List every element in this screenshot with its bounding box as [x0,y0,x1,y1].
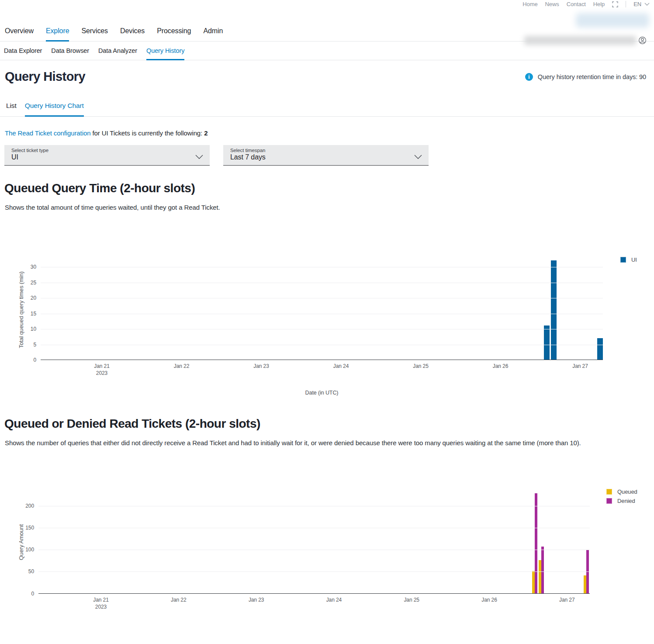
plot-area [41,260,603,360]
filters-row: Select ticket type UI Select timespan La… [4,145,654,166]
gridline [38,550,590,550]
tab-bar: List Query History Chart [0,102,654,117]
legend-swatch [606,498,612,504]
user-avatar-icon[interactable] [638,36,647,46]
gridline [41,329,603,329]
queued-denied-tickets-chart: 050100150200Jan 21 2023Jan 22Jan 23Jan 2… [0,483,654,607]
topbar-link-contact[interactable]: Contact [567,1,586,7]
denied-bar[interactable] [535,493,537,593]
config-line-text: for UI Tickets is currently the followin… [90,129,204,137]
gridline [38,528,590,528]
x-axis-tick-label: Jan 24 [333,363,349,370]
y-axis-tick-label: 0 [0,591,34,597]
section-description-queued-query-time: Shows the total amount of time queries w… [5,202,640,212]
nav-item-overview[interactable]: Overview [5,27,34,41]
nav-item-admin[interactable]: Admin [203,27,223,41]
top-utility-bar: Home News Contact Help EN [523,1,650,7]
x-axis-tick-label: Jan 24 [326,596,342,603]
page-header: Query History i Query history retention … [0,60,654,84]
gridline [38,571,590,572]
nav-item-explore[interactable]: Explore [46,27,69,41]
y-axis-title: Query Amount [18,524,24,560]
y-axis-title: Total queued query times (min) [18,272,24,348]
denied-bar[interactable] [541,547,544,593]
config-line-value: 2 [204,129,208,137]
legend-item-ui[interactable]: UI [620,256,637,263]
chart-legend: UI [620,256,637,263]
x-axis-tick-label: Jan 26 [493,363,508,370]
legend-label: Queued [617,488,637,495]
y-axis-tick-label: 0 [0,357,36,363]
fullscreen-icon[interactable] [612,1,618,7]
timespan-select-label: Select timespan [230,148,422,153]
x-axis-title: Date (in UTC) [305,390,339,396]
plot-area [38,491,590,594]
language-selector[interactable]: EN [633,1,650,7]
retention-note: i Query history retention time in days: … [525,73,646,81]
subnav-item-data-browser[interactable]: Data Browser [51,47,89,60]
legend-swatch [620,257,626,263]
subnav-item-query-history[interactable]: Query History [146,47,184,60]
timespan-select-value: Last 7 days [230,153,422,161]
x-axis-tick-label: Jan 25 [413,363,428,370]
x-axis-tick-label: Jan 27 [572,363,588,370]
legend-label: UI [631,256,637,263]
redacted-project-name [576,13,649,28]
nav-item-services[interactable]: Services [81,27,108,41]
nav-item-devices[interactable]: Devices [120,27,145,41]
x-axis-tick-label: Jan 25 [404,596,419,603]
gridline [41,298,603,298]
ticket-type-select-value: UI [11,153,204,161]
subnav-item-data-analyzer[interactable]: Data Analyzer [98,47,137,60]
topbar-link-help[interactable]: Help [593,1,605,7]
chevron-down-icon [414,153,422,161]
legend-item-denied[interactable]: Denied [606,498,637,504]
y-axis-tick-label: 30 [0,264,36,270]
language-label: EN [633,1,641,7]
legend-swatch [606,489,612,495]
legend-label: Denied [617,498,635,504]
x-axis-tick-label: Jan 27 [559,596,574,603]
chevron-down-icon [644,3,650,6]
y-axis-tick-label: 50 [0,568,34,575]
y-axis-tick-label: 200 [0,503,34,509]
x-axis-tick-label: Jan 22 [171,596,186,603]
gridline [38,506,590,506]
redacted-tenant-name [524,36,636,45]
section-heading-queued-denied-tickets: Queued or Denied Read Tickets (2-hour sl… [4,417,654,431]
x-axis-tick-label: Jan 21 2023 [93,596,108,610]
read-ticket-config-link[interactable]: The Read Ticket configuration [5,129,90,137]
gridline [41,345,603,345]
tab-list[interactable]: List [6,102,17,116]
section-heading-queued-query-time: Queued Query Time (2-hour slots) [4,181,654,195]
tab-query-history-chart[interactable]: Query History Chart [25,102,84,116]
queued-query-time-chart: 051015202530Jan 21 2023Jan 22Jan 23Jan 2… [0,251,654,391]
gridline [41,267,603,267]
x-axis-tick-label: Jan 21 2023 [94,363,109,377]
y-axis-tick-label: 100 [0,547,34,553]
read-ticket-config-line: The Read Ticket configuration for UI Tic… [5,129,654,137]
ticket-type-select[interactable]: Select ticket type UI [4,145,210,166]
x-axis-tick-label: Jan 22 [174,363,189,370]
info-icon: i [525,73,533,81]
legend-item-queued[interactable]: Queued [606,488,637,495]
ui-bar[interactable] [597,338,603,360]
nav-item-processing[interactable]: Processing [157,27,191,41]
page-title: Query History [5,69,85,84]
gridline [41,314,603,314]
topbar-divider [626,1,626,7]
topbar-link-home[interactable]: Home [523,1,537,7]
ticket-type-select-label: Select ticket type [11,148,204,153]
y-axis-tick-label: 150 [0,525,34,531]
ui-bar[interactable] [544,325,550,360]
section-description-queued-denied-tickets: Shows the number of queries that either … [5,438,640,448]
timespan-select[interactable]: Select timespan Last 7 days [223,145,429,166]
x-axis-tick-label: Jan 23 [253,363,269,370]
x-axis-tick-label: Jan 26 [481,596,497,603]
gridline [41,283,603,283]
retention-note-text: Query history retention time in days: 90 [538,73,646,80]
chevron-down-icon [195,153,203,161]
subnav-item-data-explorer[interactable]: Data Explorer [4,47,42,60]
x-axis-tick-label: Jan 23 [249,596,264,603]
topbar-link-news[interactable]: News [545,1,559,7]
